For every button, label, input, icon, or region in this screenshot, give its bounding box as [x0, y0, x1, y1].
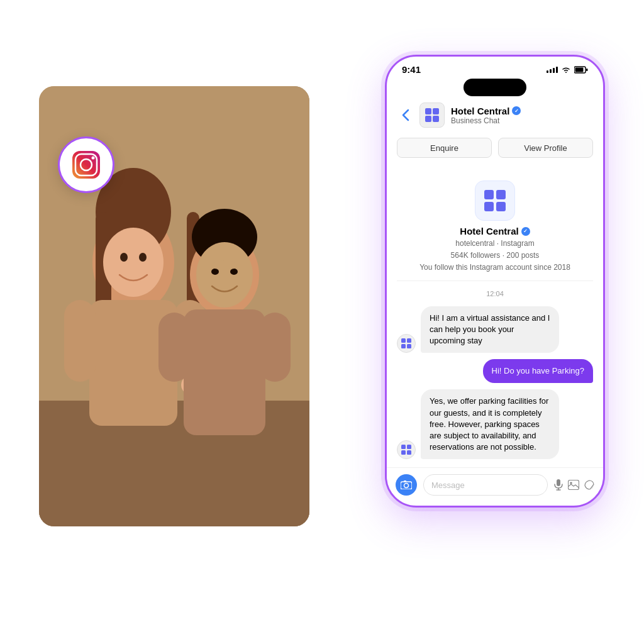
- bot-avatar: [397, 334, 416, 353]
- svg-rect-30: [586, 69, 588, 71]
- business-name-label: Hotel Central: [451, 106, 509, 116]
- bot-avatar-icon: [401, 338, 412, 349]
- svg-point-8: [139, 253, 147, 262]
- svg-rect-36: [496, 190, 506, 199]
- svg-rect-45: [401, 450, 406, 455]
- hotel-avatar: [419, 103, 445, 128]
- back-chevron-icon: [402, 109, 409, 121]
- svg-rect-20: [184, 309, 265, 435]
- svg-point-6: [103, 228, 164, 297]
- svg-rect-37: [484, 202, 494, 211]
- svg-rect-35: [484, 190, 494, 199]
- svg-point-27: [92, 157, 95, 160]
- instagram-badge: [58, 136, 114, 193]
- profile-handle: hotelcentral · Instagram 564K followers …: [419, 238, 570, 274]
- status-time: 9:41: [402, 64, 421, 75]
- camera-icon: [401, 480, 412, 489]
- chat-header-name: Hotel Central ✓: [451, 106, 593, 116]
- action-buttons-row: Enquire View Profile: [387, 134, 603, 164]
- instagram-icon: [70, 148, 103, 181]
- chat-header-info: Hotel Central ✓ Business Chat: [451, 106, 593, 125]
- svg-rect-10: [64, 300, 96, 382]
- profile-logo: [475, 180, 515, 221]
- svg-rect-38: [496, 202, 506, 211]
- message-bubble-2: Hi! Do you have Parking?: [483, 359, 593, 383]
- svg-rect-50: [557, 479, 560, 486]
- battery-icon: [574, 66, 588, 74]
- profile-card: Hotel Central ✓ hotelcentral · Instagram…: [397, 170, 593, 281]
- svg-point-7: [120, 253, 128, 262]
- dynamic-island: [464, 79, 526, 96]
- chat-subtitle: Business Chat: [451, 116, 593, 125]
- camera-button[interactable]: [396, 474, 417, 496]
- svg-rect-22: [259, 313, 291, 382]
- chat-area: Hotel Central ✓ hotelcentral · Instagram…: [387, 164, 603, 467]
- input-action-icons: [554, 479, 594, 491]
- view-profile-button[interactable]: View Profile: [498, 138, 593, 158]
- message-row-2: Hi! Do you have Parking?: [397, 359, 593, 383]
- microphone-icon[interactable]: [554, 479, 563, 491]
- svg-rect-43: [401, 445, 406, 449]
- chat-header: Hotel Central ✓ Business Chat: [387, 96, 603, 134]
- status-icons: [547, 66, 588, 74]
- profile-name-text: Hotel Central: [460, 226, 518, 236]
- signal-icon: [547, 67, 558, 73]
- message-placeholder: Message: [431, 480, 465, 490]
- profile-verified-badge: ✓: [521, 227, 530, 236]
- sticker-icon[interactable]: [584, 480, 594, 490]
- message-bubble-1: Hi! I am a virtual assistance and I can …: [421, 306, 559, 353]
- svg-point-17: [196, 242, 253, 308]
- svg-rect-49: [404, 480, 406, 482]
- svg-rect-39: [401, 338, 406, 343]
- svg-rect-31: [425, 108, 431, 114]
- svg-rect-32: [433, 108, 439, 114]
- svg-rect-46: [407, 450, 411, 455]
- hotel-logo-icon: [424, 107, 440, 123]
- bot-avatar-2: [397, 440, 416, 459]
- phone-mockup: 9:41: [385, 55, 605, 508]
- profile-hotel-icon: [483, 189, 507, 213]
- profile-followers-text: 564K followers · 200 posts: [419, 250, 570, 262]
- message-row-1: Hi! I am a virtual assistance and I can …: [397, 306, 593, 353]
- chat-timestamp: 12:04: [397, 290, 593, 297]
- svg-rect-33: [425, 116, 431, 122]
- svg-rect-21: [158, 313, 190, 382]
- main-scene: 9:41: [39, 55, 605, 589]
- message-bubble-3: Yes, we offer parking facilities for our…: [421, 389, 559, 459]
- profile-follow-since: You follow this Instagram account since …: [419, 262, 570, 274]
- svg-rect-42: [407, 344, 411, 348]
- svg-rect-29: [575, 67, 584, 72]
- status-bar: 9:41: [387, 57, 603, 75]
- back-button[interactable]: [397, 106, 414, 124]
- wifi-icon: [561, 66, 571, 74]
- svg-point-23: [212, 260, 237, 270]
- message-input[interactable]: Message: [423, 474, 548, 496]
- svg-rect-34: [433, 116, 439, 122]
- svg-rect-41: [401, 344, 406, 348]
- image-icon[interactable]: [568, 480, 579, 490]
- bot-avatar-icon-2: [401, 444, 412, 455]
- profile-name: Hotel Central ✓: [460, 226, 530, 236]
- svg-rect-24: [72, 151, 100, 179]
- svg-rect-40: [407, 338, 411, 343]
- svg-point-48: [404, 484, 409, 488]
- profile-handle-text: hotelcentral · Instagram: [419, 238, 570, 250]
- svg-rect-44: [407, 445, 411, 449]
- enquire-button[interactable]: Enquire: [397, 138, 492, 158]
- message-row-3: Yes, we offer parking facilities for our…: [397, 389, 593, 459]
- message-input-bar: Message: [387, 467, 603, 506]
- verified-badge: ✓: [512, 106, 521, 115]
